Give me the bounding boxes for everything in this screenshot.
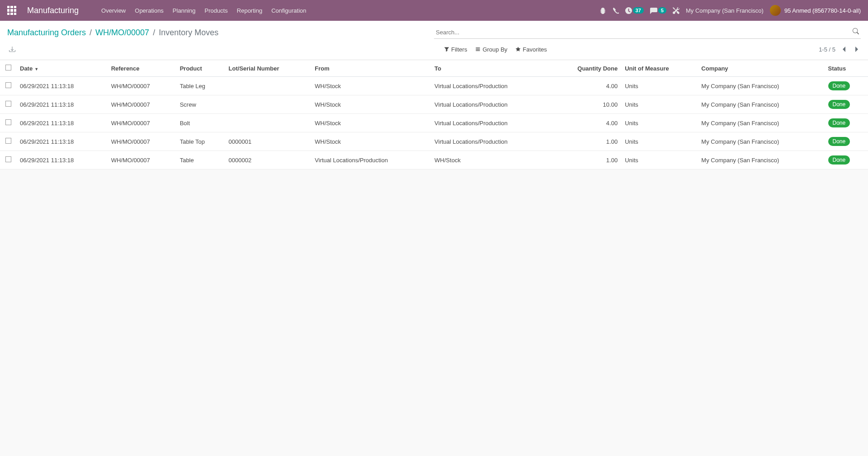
- table-row[interactable]: 06/29/2021 11:13:18 WH/MO/00007 Table Le…: [0, 77, 868, 95]
- cell-qty: 10.00: [551, 95, 621, 114]
- cell-status: Done: [825, 132, 868, 151]
- row-checkbox-cell: [0, 132, 16, 151]
- cell-reference: WH/MO/00007: [108, 132, 176, 151]
- pager-next-icon[interactable]: [853, 45, 861, 53]
- activities-badge: 37: [633, 7, 644, 14]
- cell-status: Done: [825, 151, 868, 169]
- search-input[interactable]: [434, 26, 861, 39]
- cell-reference: WH/MO/00007: [108, 95, 176, 114]
- cell-to: Virtual Locations/Production: [431, 95, 551, 114]
- groupby-button[interactable]: Group By: [475, 46, 507, 53]
- cell-lot: 0000002: [225, 151, 311, 169]
- row-checkbox-cell: [0, 95, 16, 114]
- menu-operations[interactable]: Operations: [130, 0, 168, 21]
- table-container: Date▼ Reference Product Lot/Serial Numbe…: [0, 60, 868, 169]
- header-status[interactable]: Status: [825, 60, 868, 77]
- header-uom[interactable]: Unit of Measure: [621, 60, 698, 77]
- search-container: [434, 26, 861, 39]
- cell-uom: Units: [621, 77, 698, 95]
- row-checkbox[interactable]: [5, 138, 11, 144]
- groupby-label: Group By: [482, 46, 507, 53]
- export-button[interactable]: [7, 44, 17, 54]
- cell-date: 06/29/2021 11:13:18: [16, 95, 108, 114]
- cell-product: Bolt: [176, 114, 225, 132]
- row-checkbox[interactable]: [5, 101, 11, 107]
- cell-company: My Company (San Francisco): [698, 114, 824, 132]
- control-panel: Manufacturing Orders / WH/MO/00007 / Inv…: [0, 21, 868, 60]
- menu-reporting[interactable]: Reporting: [232, 0, 267, 21]
- favorites-button[interactable]: Favorites: [515, 46, 547, 53]
- header-date[interactable]: Date▼: [16, 60, 108, 77]
- header-from[interactable]: From: [311, 60, 431, 77]
- cell-to: Virtual Locations/Production: [431, 77, 551, 95]
- status-badge: Done: [828, 118, 850, 127]
- cell-date: 06/29/2021 11:13:18: [16, 132, 108, 151]
- phone-icon[interactable]: [613, 7, 619, 14]
- debug-icon[interactable]: [599, 7, 606, 14]
- cell-qty: 4.00: [551, 114, 621, 132]
- cell-uom: Units: [621, 114, 698, 132]
- cell-company: My Company (San Francisco): [698, 151, 824, 169]
- filters-button[interactable]: Filters: [444, 46, 467, 53]
- header-company[interactable]: Company: [698, 60, 824, 77]
- sort-caret-icon: ▼: [34, 67, 38, 71]
- header-lot[interactable]: Lot/Serial Number: [225, 60, 311, 77]
- company-selector[interactable]: My Company (San Francisco): [686, 7, 764, 14]
- cell-lot: [225, 114, 311, 132]
- status-badge: Done: [828, 137, 850, 146]
- cell-uom: Units: [621, 151, 698, 169]
- pager-text[interactable]: 1-5 / 5: [819, 46, 835, 53]
- menu-planning[interactable]: Planning: [168, 0, 200, 21]
- pager: 1-5 / 5: [819, 45, 861, 53]
- cell-date: 06/29/2021 11:13:18: [16, 77, 108, 95]
- menu-configuration[interactable]: Configuration: [267, 0, 311, 21]
- status-badge: Done: [828, 81, 850, 90]
- row-checkbox[interactable]: [5, 82, 11, 88]
- table-row[interactable]: 06/29/2021 11:13:18 WH/MO/00007 Table 00…: [0, 151, 868, 169]
- row-checkbox[interactable]: [5, 156, 11, 162]
- cell-uom: Units: [621, 132, 698, 151]
- breadcrumb-link-order[interactable]: WH/MO/00007: [95, 28, 149, 38]
- messages-icon[interactable]: 5: [650, 7, 666, 14]
- cell-lot: [225, 95, 311, 114]
- header-qty[interactable]: Quantity Done: [551, 60, 621, 77]
- activities-icon[interactable]: 37: [625, 7, 644, 14]
- header-reference[interactable]: Reference: [108, 60, 176, 77]
- cell-date: 06/29/2021 11:13:18: [16, 151, 108, 169]
- header-to[interactable]: To: [431, 60, 551, 77]
- table-row[interactable]: 06/29/2021 11:13:18 WH/MO/00007 Table To…: [0, 132, 868, 151]
- cell-product: Screw: [176, 95, 225, 114]
- favorites-label: Favorites: [523, 46, 547, 53]
- tools-icon[interactable]: [673, 7, 679, 14]
- cell-qty: 1.00: [551, 132, 621, 151]
- row-checkbox-cell: [0, 77, 16, 95]
- cell-product: Table: [176, 151, 225, 169]
- breadcrumb-link-orders[interactable]: Manufacturing Orders: [7, 28, 86, 38]
- table-row[interactable]: 06/29/2021 11:13:18 WH/MO/00007 Screw WH…: [0, 95, 868, 114]
- cell-product: Table Top: [176, 132, 225, 151]
- app-title[interactable]: Manufacturing: [27, 6, 79, 15]
- inventory-moves-table: Date▼ Reference Product Lot/Serial Numbe…: [0, 60, 868, 169]
- select-all-checkbox[interactable]: [5, 65, 11, 71]
- user-menu[interactable]: 95 Anmed (8567780-14-0-all): [770, 5, 861, 16]
- cell-to: Virtual Locations/Production: [431, 132, 551, 151]
- cell-from: WH/Stock: [311, 114, 431, 132]
- cell-to: Virtual Locations/Production: [431, 114, 551, 132]
- menu-products[interactable]: Products: [200, 0, 232, 21]
- table-row[interactable]: 06/29/2021 11:13:18 WH/MO/00007 Bolt WH/…: [0, 114, 868, 132]
- main-menu: Overview Operations Planning Products Re…: [97, 0, 311, 21]
- apps-menu-icon[interactable]: [7, 6, 16, 15]
- cell-company: My Company (San Francisco): [698, 132, 824, 151]
- row-checkbox[interactable]: [5, 119, 11, 125]
- menu-overview[interactable]: Overview: [97, 0, 130, 21]
- cell-from: Virtual Locations/Production: [311, 151, 431, 169]
- header-product[interactable]: Product: [176, 60, 225, 77]
- pager-prev-icon[interactable]: [840, 45, 848, 53]
- cell-qty: 4.00: [551, 77, 621, 95]
- search-icon[interactable]: [853, 28, 859, 34]
- cell-status: Done: [825, 95, 868, 114]
- cell-reference: WH/MO/00007: [108, 114, 176, 132]
- breadcrumb: Manufacturing Orders / WH/MO/00007 / Inv…: [7, 28, 218, 38]
- navbar-right: 37 5 My Company (San Francisco) 95 Anmed…: [599, 5, 861, 16]
- row-checkbox-cell: [0, 151, 16, 169]
